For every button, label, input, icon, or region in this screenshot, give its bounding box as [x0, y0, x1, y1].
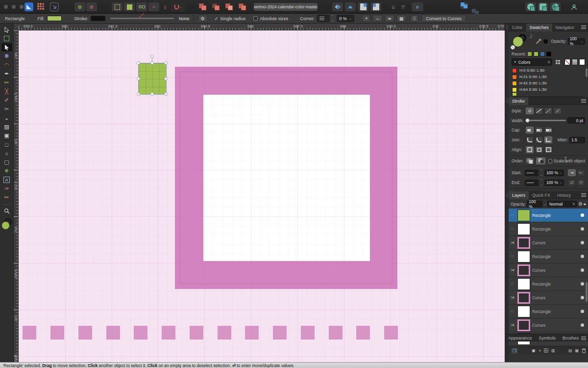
- panel-splitter[interactable]: [506, 26, 508, 30]
- delete-layer-icon[interactable]: [582, 348, 586, 353]
- flip-vertical-icon[interactable]: [345, 2, 356, 11]
- selection-handle-w[interactable]: [137, 77, 140, 80]
- tool-vector-brush[interactable]: ╳: [1, 87, 12, 96]
- show-bounds-icon[interactable]: ▦: [396, 15, 407, 22]
- tab-symbols[interactable]: Symbols: [536, 334, 560, 342]
- layer-name[interactable]: Rectangle: [532, 282, 579, 287]
- cap-round-button[interactable]: [535, 127, 543, 133]
- rotation-handle[interactable]: [150, 54, 154, 58]
- layer-thumbnail[interactable]: [517, 210, 530, 221]
- export-persona-icon[interactable]: ⇲: [50, 2, 59, 11]
- canvas-object-small-square[interactable]: [78, 326, 92, 340]
- picked-color-well[interactable]: [543, 39, 548, 44]
- panel-menu-icon[interactable]: [581, 26, 586, 29]
- recent-swatch[interactable]: [540, 52, 545, 56]
- layer-thumbnail[interactable]: [517, 223, 530, 235]
- palette-dropdown[interactable]: ✦Colors⇅: [512, 58, 552, 66]
- panel-splitter[interactable]: [506, 193, 508, 198]
- start-end-lock-label[interactable]: lock: [564, 157, 567, 162]
- panel-menu-icon[interactable]: [581, 99, 586, 103]
- stroke-in-front-button[interactable]: [536, 158, 546, 164]
- stroke-style-none-button[interactable]: ⊘: [526, 107, 534, 114]
- layer-row[interactable]: ⋊ Curves: [509, 318, 588, 332]
- swatch-list-item[interactable]: H:42 S:90: L:50: [509, 80, 588, 86]
- layer-name[interactable]: Curves: [532, 268, 579, 273]
- tool-zoom[interactable]: [1, 207, 12, 215]
- layer-row[interactable]: ∷ Rectangle: [509, 277, 588, 291]
- boolean-intersect-icon[interactable]: [224, 2, 234, 11]
- layer-visibility-toggle[interactable]: [581, 323, 584, 327]
- vertical-ruler[interactable]: 198 199.5 201 202.5 204 205.5 207 208.5: [14, 30, 19, 362]
- canvas-object-small-square[interactable]: [190, 326, 203, 340]
- stroke-behind-fill-button[interactable]: [525, 158, 535, 164]
- stroke-swatch[interactable]: [91, 16, 105, 21]
- corner-stepper[interactable]: ⌃⌄: [331, 15, 334, 23]
- stroke-style-value[interactable]: None: [179, 16, 190, 21]
- ruler-corner[interactable]: [14, 24, 19, 30]
- tool-vector-crop[interactable]: ▣: [1, 131, 12, 140]
- color-wells[interactable]: [512, 34, 531, 49]
- selection-handle-se[interactable]: [164, 92, 168, 96]
- insert-on-top-icon[interactable]: [538, 2, 548, 11]
- rotate-cw-icon[interactable]: [370, 2, 381, 11]
- selection-handle-s[interactable]: [150, 92, 154, 96]
- layers-scrollbar[interactable]: [586, 282, 588, 302]
- canvas-object-small-square[interactable]: [134, 326, 147, 340]
- swatch-list-item[interactable]: [509, 93, 588, 96]
- recent-swatch[interactable]: [546, 52, 551, 56]
- start-scale-dropdown[interactable]: 100 %⌄: [544, 170, 564, 176]
- tool-paint-brush[interactable]: ✐: [1, 96, 12, 105]
- layer-thumbnail[interactable]: [517, 306, 530, 317]
- stroke-width-slider[interactable]: [526, 120, 566, 121]
- tool-transparency[interactable]: ▨: [1, 123, 12, 131]
- snap-disabled-icon[interactable]: ▮: [162, 2, 169, 11]
- panel-menu-icon[interactable]: [581, 193, 586, 197]
- alignment-icon[interactable]: ≡: [412, 2, 423, 11]
- new-layer-icon[interactable]: ▤: [568, 348, 572, 353]
- canvas-object-small-square[interactable]: [301, 326, 315, 340]
- snap-shape-icon[interactable]: [124, 2, 135, 11]
- layer-row[interactable]: ∷ Rectangle: [509, 250, 588, 263]
- horizontal-ruler[interactable]: 658.5 660 661.5 663 664.5 666 667.5 669 …: [19, 24, 505, 30]
- tool-rectangle[interactable]: □: [1, 140, 12, 149]
- layer-thumbnail[interactable]: [517, 292, 530, 304]
- canvas-object-small-square[interactable]: [273, 326, 287, 340]
- stroke-style-dashed-button[interactable]: [544, 107, 552, 114]
- tool-rounded-rectangle[interactable]: ▢: [1, 158, 12, 166]
- layer-visibility-toggle[interactable]: [581, 282, 584, 286]
- selection-handle-n[interactable]: [150, 61, 154, 65]
- canvas-object-small-square[interactable]: [356, 326, 370, 340]
- tab-stroke[interactable]: Stroke: [509, 97, 528, 105]
- start-arrowhead-dropdown[interactable]: [525, 170, 539, 176]
- layer-name[interactable]: Curves: [532, 240, 579, 245]
- end-stepper[interactable]: ⌃⌄: [540, 179, 543, 186]
- selected-rectangle[interactable]: [139, 63, 166, 94]
- layer-visibility-toggle[interactable]: [581, 227, 584, 231]
- rotate-ccw-icon[interactable]: [358, 2, 368, 11]
- fill-swatch[interactable]: [47, 16, 62, 21]
- swatch-list-scrollbar[interactable]: [586, 68, 588, 77]
- gray-swatch[interactable]: [572, 59, 578, 65]
- arrange-to-front-icon[interactable]: [461, 2, 468, 9]
- tool-knife[interactable]: ✂: [1, 105, 12, 113]
- canvas-object-small-square[interactable]: [329, 326, 343, 340]
- cycle-selection-box-icon[interactable]: ⌖: [362, 15, 370, 22]
- window-minimize-button[interactable]: [12, 5, 16, 9]
- absolute-sizes-checkbox[interactable]: Absolute sizes: [253, 16, 288, 21]
- canvas-object-small-square[interactable]: [384, 326, 398, 340]
- selection-handle-sw[interactable]: [137, 92, 140, 96]
- layer-row[interactable]: ∷ Rectangle: [509, 209, 588, 222]
- join-miter-button[interactable]: [544, 136, 552, 143]
- layer-thumbnail[interactable]: [517, 237, 530, 249]
- layer-visibility-toggle[interactable]: [581, 268, 584, 272]
- join-bevel-button[interactable]: [535, 136, 543, 143]
- no-fill-badge[interactable]: [511, 45, 515, 50]
- tab-quick-fx[interactable]: Quick FX: [529, 191, 554, 199]
- enclose-move-icon[interactable]: ⇔: [372, 15, 383, 22]
- layer-visibility-toggle[interactable]: [581, 213, 584, 217]
- layer-visibility-toggle[interactable]: [581, 255, 584, 258]
- canvas-object-small-square[interactable]: [106, 326, 120, 340]
- canvas[interactable]: [19, 30, 505, 362]
- stroke-style-solid-button[interactable]: [535, 107, 543, 114]
- transform-objects-icon[interactable]: ⇹: [385, 15, 394, 22]
